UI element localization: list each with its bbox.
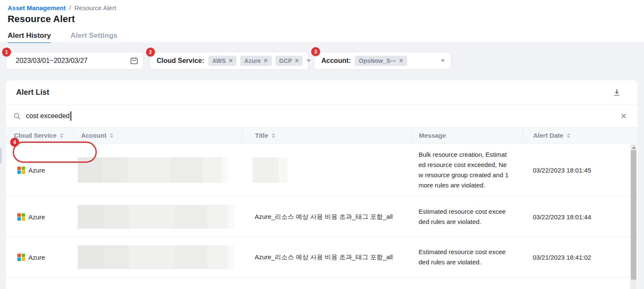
breadcrumb-current: Resource Alert [74, 4, 116, 11]
annotation-badge-1: 1 [2, 48, 11, 57]
column-label: Alert Date [533, 132, 563, 139]
alert-list-panel: Alert List cost exceeded × Cloud Service… [6, 80, 638, 289]
alert-list-header: Alert List [6, 80, 638, 105]
sort-icon[interactable] [272, 133, 275, 138]
column-header-alert-date[interactable]: Alert Date [523, 128, 638, 143]
column-header-account[interactable]: Account [74, 128, 242, 143]
annotation-badge-4: 4 [10, 138, 19, 147]
sort-icon[interactable] [110, 133, 113, 138]
tag-label: Azure [244, 57, 261, 64]
cloud-service-tag-gcp: GCP × [276, 56, 303, 66]
column-label: Account [81, 132, 107, 139]
column-label: Title [255, 132, 268, 139]
alert-date-cell: 03/21/2023 18:41:02 [523, 237, 638, 277]
tag-label: AWS [212, 57, 226, 64]
redacted-account [78, 205, 234, 229]
message-text: Bulk resource creation, Estimated resour… [419, 145, 509, 195]
remove-tag-icon[interactable]: × [295, 57, 299, 64]
date-range-value: 2023/03/01~2023/03/27 [16, 57, 88, 65]
remove-tag-icon[interactable]: × [264, 57, 267, 64]
alert-date-cell: 03/22/2023 18:01:45 [523, 144, 638, 196]
table-row[interactable]: Azure Bulk resource creation, Estimated … [6, 144, 638, 197]
page-header: Asset Management / Resource Alert Resour… [0, 0, 644, 42]
table-header: Cloud Service Account Title Message Aler… [6, 128, 638, 144]
cloud-service-filter[interactable]: Cloud Service: AWS × Azure × GCP × [149, 52, 309, 70]
azure-icon [17, 254, 25, 261]
chevron-down-icon[interactable] [441, 60, 445, 62]
title-cell: Azure_리소스 예상 사용 비용 초과_태그 포함_all [242, 197, 411, 237]
message-text: Estimated resource cost exceeded rules a… [419, 202, 509, 231]
page-scrollbar-fragment[interactable] [0, 148, 2, 164]
cloud-service-filter-label: Cloud Service: [157, 57, 204, 65]
message-cell: Estimated resource cost exceeded rules a… [411, 197, 523, 237]
alert-title: Azure_리소스 예상 사용 비용 초과_태그 포함_all [255, 213, 393, 221]
content-area: 2023/03/01~2023/03/27 Cloud Service: AWS… [0, 43, 644, 289]
date-range-filter[interactable]: 2023/03/01~2023/03/27 [6, 52, 143, 70]
column-header-message: Message [411, 128, 523, 143]
account-filter[interactable]: Account: OpsNow_S⋯ × [314, 52, 451, 70]
breadcrumb: Asset Management / Resource Alert [8, 4, 644, 11]
alert-date: 03/22/2023 18:01:45 [533, 167, 591, 174]
column-label: Message [419, 132, 446, 139]
alert-list-title: Alert List [16, 88, 49, 97]
alert-date: 03/22/2023 18:01:44 [533, 213, 591, 221]
cloud-service-name: Azure [28, 213, 45, 221]
redacted-title [253, 157, 287, 183]
alert-date-cell: 03/22/2023 18:01:44 [523, 197, 638, 237]
chevron-down-icon[interactable] [307, 60, 311, 62]
cloud-service-tag-aws: AWS × [208, 56, 236, 66]
page-title: Resource Alert [8, 14, 644, 25]
column-header-title[interactable]: Title [242, 128, 411, 143]
table-row[interactable]: Azure Azure_리소스 예상 사용 비용 초과_태그 포함_all Es… [6, 197, 638, 237]
text-cursor [70, 111, 71, 121]
account-filter-label: Account: [321, 57, 351, 65]
calendar-icon[interactable] [130, 57, 138, 65]
redacted-account [78, 157, 228, 183]
tab-alert-history[interactable]: Alert History [8, 31, 51, 44]
breadcrumb-separator: / [69, 4, 71, 11]
clear-search-icon[interactable]: × [621, 111, 627, 121]
azure-icon [17, 167, 25, 174]
title-cell: Azure_리소스 예상 사용 비용 초과_태그 포함_all [242, 237, 411, 277]
download-icon[interactable] [613, 89, 621, 96]
azure-icon [17, 213, 25, 221]
cloud-service-name: Azure [28, 167, 45, 174]
message-text: Estimated resource cost exceeded rules a… [419, 243, 509, 272]
sort-icon[interactable] [567, 133, 570, 138]
alert-date: 03/21/2023 18:41:02 [533, 254, 591, 261]
search-input[interactable]: cost exceeded [26, 111, 71, 121]
scrollbar-thumb[interactable] [631, 150, 636, 280]
tag-label: OpsNow_S⋯ [359, 57, 396, 64]
table-scrollbar[interactable] [630, 144, 637, 289]
search-value: cost exceeded [26, 112, 70, 120]
tag-label: GCP [279, 57, 292, 64]
cloud-service-cell: Azure [6, 237, 74, 277]
sort-icon[interactable] [60, 133, 63, 138]
search-icon [14, 113, 21, 120]
redacted-account [78, 245, 234, 269]
breadcrumb-parent-link[interactable]: Asset Management [8, 4, 66, 11]
message-cell: Estimated resource cost exceeded rules a… [411, 237, 523, 277]
tab-alert-settings[interactable]: Alert Settings [70, 31, 118, 44]
alert-title: Azure_리소스 예상 사용 비용 초과_태그 포함_all [255, 253, 393, 261]
cloud-service-cell: Azure [6, 197, 74, 237]
remove-tag-icon[interactable]: × [229, 57, 233, 64]
message-cell: Bulk resource creation, Estimated resour… [411, 144, 523, 196]
account-tag-opsnow: OpsNow_S⋯ × [355, 56, 407, 66]
table-row[interactable]: Azure Azure_리소스 예상 사용 비용 초과_태그 포함_all Es… [6, 237, 638, 278]
cloud-service-cell: Azure [6, 144, 74, 196]
annotation-badge-2: 2 [146, 48, 155, 57]
remove-tag-icon[interactable]: × [399, 57, 403, 64]
search-bar[interactable]: cost exceeded × [6, 105, 638, 128]
tab-bar: Alert History Alert Settings [8, 31, 644, 44]
scrollbar-up-arrow-icon[interactable] [632, 146, 636, 149]
annotation-badge-3: 3 [311, 47, 320, 56]
column-label: Cloud Service [14, 132, 56, 139]
cloud-service-name: Azure [28, 254, 45, 261]
cloud-service-tag-azure: Azure × [240, 56, 271, 66]
